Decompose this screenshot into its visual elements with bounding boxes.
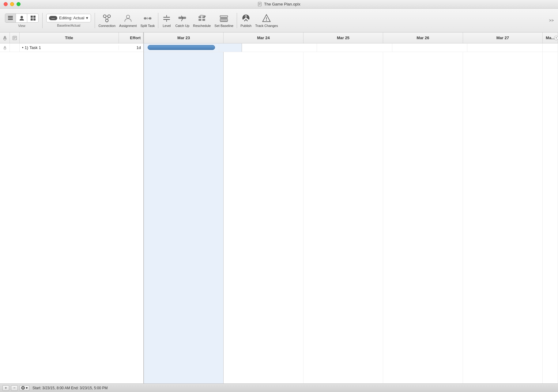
svg-rect-26 bbox=[179, 17, 182, 19]
svg-rect-19 bbox=[144, 17, 147, 19]
split-task-button[interactable]: Split Task bbox=[139, 13, 156, 28]
gantt-task-row bbox=[144, 43, 558, 52]
task-effort: 1d bbox=[119, 45, 143, 50]
svg-rect-5 bbox=[8, 17, 13, 18]
chevron-down-icon: ▼ bbox=[25, 386, 28, 390]
remove-task-button[interactable]: − bbox=[11, 385, 18, 391]
gantt-cell-mar25 bbox=[317, 43, 392, 52]
settings-button[interactable]: ⚙ ▼ bbox=[20, 385, 29, 391]
baseline-select[interactable]: — Editing: Actual ▾ bbox=[46, 14, 91, 22]
svg-point-14 bbox=[106, 19, 108, 22]
add-task-button[interactable]: + bbox=[2, 385, 9, 391]
effort-column-header: Effort bbox=[119, 32, 143, 43]
reschedule-button[interactable]: Reschedule bbox=[191, 13, 212, 28]
maximize-button[interactable] bbox=[17, 2, 21, 6]
gantt-col-mar27: Mar 27 bbox=[463, 32, 543, 43]
reschedule-label: Reschedule bbox=[193, 24, 211, 28]
catch-up-button[interactable]: Catch Up bbox=[174, 13, 191, 28]
close-button[interactable] bbox=[4, 2, 8, 6]
track-changes-label: Track Changes bbox=[255, 24, 278, 28]
window-controls bbox=[4, 2, 21, 6]
gantt-header: Mar 23 Mar 24 Mar 25 Mar 26 Mar 27 Ma...… bbox=[144, 32, 558, 43]
gantt-empty-area bbox=[144, 52, 558, 383]
split-task-label: Split Task bbox=[141, 24, 155, 28]
svg-rect-6 bbox=[8, 19, 13, 20]
gantt-cell-more bbox=[543, 43, 558, 52]
assignment-button[interactable]: Assignment bbox=[118, 13, 138, 28]
catch-up-label: Catch Up bbox=[175, 24, 189, 28]
gantt-cell-mar23 bbox=[144, 43, 219, 52]
grid-view-button[interactable] bbox=[28, 14, 38, 22]
task-notes-icon bbox=[10, 43, 20, 52]
status-text: Start: 3/23/15, 8:00 AM End: 3/23/15, 5:… bbox=[32, 386, 108, 390]
gantt-empty-col-mar25 bbox=[304, 52, 383, 383]
gear-icon: ⚙ bbox=[21, 385, 25, 391]
set-baseline-button[interactable]: Set Baseline bbox=[213, 13, 235, 28]
track-changes-button[interactable]: Track Changes bbox=[254, 13, 279, 28]
svg-rect-20 bbox=[149, 17, 152, 19]
view-group: View bbox=[3, 12, 40, 29]
publish-icon bbox=[241, 13, 251, 23]
drag-handle-header bbox=[0, 32, 10, 43]
svg-rect-32 bbox=[220, 16, 228, 17]
notes-icon bbox=[12, 36, 17, 40]
gantt-col-mar26: Mar 26 bbox=[383, 32, 463, 43]
hand-icon bbox=[2, 36, 7, 40]
gantt-col-mar25: Mar 25 bbox=[304, 32, 383, 43]
set-baseline-icon bbox=[219, 13, 229, 23]
svg-rect-33 bbox=[220, 17, 228, 19]
toolbar: View — Editing: Actual ▾ Baseline/Actual… bbox=[0, 9, 558, 32]
svg-point-39 bbox=[266, 20, 267, 21]
gantt-col-mar24: Mar 24 bbox=[224, 32, 303, 43]
separator-1 bbox=[42, 13, 43, 28]
svg-line-17 bbox=[107, 17, 109, 19]
svg-line-16 bbox=[105, 17, 107, 19]
minimize-button[interactable] bbox=[10, 2, 14, 6]
level-button[interactable]: Level bbox=[160, 13, 173, 28]
document-icon bbox=[258, 2, 262, 7]
gantt-body bbox=[144, 43, 558, 383]
task-panel: Title Effort • 1) Task 1 1d bbox=[0, 32, 144, 383]
assignment-label: Assignment bbox=[119, 24, 137, 28]
view-label: View bbox=[18, 24, 25, 28]
chevron-down-icon: ▾ bbox=[86, 16, 88, 20]
connection-label: Connection bbox=[98, 24, 115, 28]
svg-rect-28 bbox=[199, 16, 202, 18]
separator-3 bbox=[158, 13, 158, 28]
window-title: The Game Plan.oplx bbox=[258, 2, 300, 7]
grid-view-icon bbox=[30, 15, 36, 21]
publish-button[interactable]: Publish bbox=[239, 13, 253, 28]
gantt-cell-mar24 bbox=[242, 43, 317, 52]
separator-2 bbox=[95, 13, 95, 28]
gantt-empty-col-mar24 bbox=[224, 52, 303, 383]
gantt-col-mar23: Mar 23 bbox=[144, 32, 224, 43]
svg-rect-8 bbox=[31, 16, 33, 18]
reschedule-icon bbox=[197, 13, 207, 23]
gantt-cell-mar23-ext bbox=[219, 43, 242, 52]
toolbar-overflow-button[interactable]: >> bbox=[548, 17, 555, 23]
baseline-actual-group: — Editing: Actual ▾ Baseline/Actual bbox=[44, 13, 93, 28]
gantt-bar-task1[interactable] bbox=[148, 45, 215, 50]
svg-point-7 bbox=[21, 16, 23, 18]
baseline-actual-label: Baseline/Actual bbox=[57, 24, 80, 27]
catch-up-icon bbox=[177, 13, 187, 23]
zoom-plus-button[interactable]: + bbox=[554, 36, 558, 40]
gantt-view-button[interactable] bbox=[5, 14, 16, 22]
svg-point-13 bbox=[108, 15, 111, 17]
task-header: Title Effort bbox=[0, 32, 143, 43]
view-toggle[interactable] bbox=[5, 13, 39, 23]
svg-rect-34 bbox=[220, 19, 228, 21]
task-row[interactable]: • 1) Task 1 1d bbox=[0, 43, 143, 52]
level-icon bbox=[162, 13, 172, 23]
split-task-icon bbox=[143, 13, 153, 23]
svg-rect-30 bbox=[199, 19, 202, 21]
title-bar: The Game Plan.oplx bbox=[0, 0, 558, 9]
publish-label: Publish bbox=[240, 24, 251, 28]
person-view-icon bbox=[19, 15, 25, 21]
gantt-cell-mar26 bbox=[392, 43, 468, 52]
task-drag-handle bbox=[0, 43, 10, 52]
person-view-button[interactable] bbox=[17, 14, 27, 22]
title-column-header: Title bbox=[20, 32, 119, 43]
svg-point-12 bbox=[104, 15, 106, 17]
connection-button[interactable]: Connection bbox=[97, 13, 117, 28]
